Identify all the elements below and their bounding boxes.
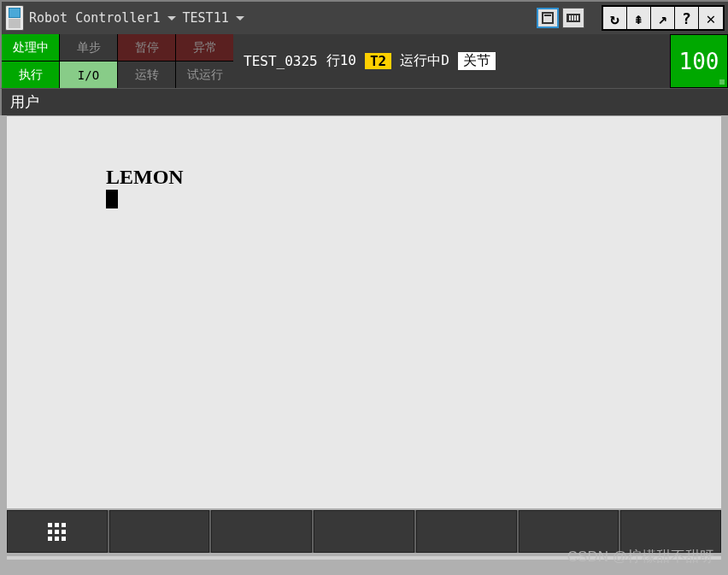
info-bar: TEST_0325 行10 T2 运行中D 关节 xyxy=(233,34,670,88)
status-io[interactable]: I/O xyxy=(60,62,117,88)
panel-title: 用户 xyxy=(0,88,728,115)
fkey-f3[interactable] xyxy=(314,510,414,553)
status-execute[interactable]: 执行 xyxy=(2,62,59,88)
fkey-f2[interactable] xyxy=(211,510,312,553)
help-button[interactable]: ? xyxy=(675,7,699,29)
status-abnormal[interactable]: 异常 xyxy=(176,34,233,61)
system-buttons: ↻ ⇞ ↗ ? ✕ xyxy=(602,5,725,31)
status-run[interactable]: 运转 xyxy=(118,62,175,88)
export-icon: ↗ xyxy=(658,9,667,27)
fkey-f1[interactable] xyxy=(109,510,210,553)
program-name: TEST11 xyxy=(183,10,229,26)
export-button[interactable]: ↗ xyxy=(651,7,675,29)
display-text: LEMON xyxy=(106,166,184,189)
title-bar: Robot Controller1 TEST11 ↻ ⇞ ↗ ? ✕ xyxy=(0,0,728,34)
grid-icon xyxy=(48,523,66,541)
controller-name: Robot Controller1 xyxy=(29,10,161,26)
refresh-button[interactable]: ↻ xyxy=(603,7,627,29)
status-row: 处理中 单步 暂停 异常 执行 I/O 运转 试运行 TEST_0325 行10… xyxy=(0,34,728,88)
coord-badge: 关节 xyxy=(458,52,496,70)
collapse-icon: ⇞ xyxy=(634,9,643,27)
screen-icon xyxy=(542,12,554,24)
screen-mode-button[interactable] xyxy=(537,8,559,28)
function-key-bar xyxy=(7,510,721,553)
status-grid: 处理中 单步 暂停 异常 执行 I/O 运转 试运行 xyxy=(2,34,233,88)
chevron-down-icon[interactable] xyxy=(236,16,244,21)
view-toggle-group xyxy=(537,8,584,28)
program-label: TEST_0325 xyxy=(244,53,318,69)
keyboard-mode-button[interactable] xyxy=(562,8,584,28)
status-testrun[interactable]: 试运行 xyxy=(176,62,233,88)
status-step[interactable]: 单步 xyxy=(60,34,117,61)
mode-badge: T2 xyxy=(365,53,391,69)
chevron-down-icon[interactable] xyxy=(167,16,176,21)
refresh-icon: ↻ xyxy=(610,9,619,27)
menu-button[interactable] xyxy=(7,510,108,553)
cursor-icon xyxy=(106,190,118,208)
bottom-divider xyxy=(7,556,721,560)
close-icon: ✕ xyxy=(707,9,716,27)
status-processing[interactable]: 处理中 xyxy=(2,34,59,61)
pendant-icon xyxy=(5,5,24,31)
line-label: 行10 xyxy=(326,52,356,70)
close-button[interactable]: ✕ xyxy=(699,7,723,29)
speed-value: 100 xyxy=(679,49,719,74)
help-icon: ? xyxy=(682,9,691,27)
status-pause[interactable]: 暂停 xyxy=(118,34,175,61)
running-label: 运行中D xyxy=(400,52,449,70)
collapse-button[interactable]: ⇞ xyxy=(627,7,651,29)
work-area: LEMON xyxy=(7,115,721,508)
fkey-f6[interactable] xyxy=(620,510,721,553)
speed-indicator[interactable]: 100 xyxy=(670,34,728,88)
keyboard-icon xyxy=(567,14,580,22)
fkey-f5[interactable] xyxy=(519,510,619,553)
title-text[interactable]: Robot Controller1 TEST11 xyxy=(29,10,248,26)
fkey-f4[interactable] xyxy=(416,510,517,553)
